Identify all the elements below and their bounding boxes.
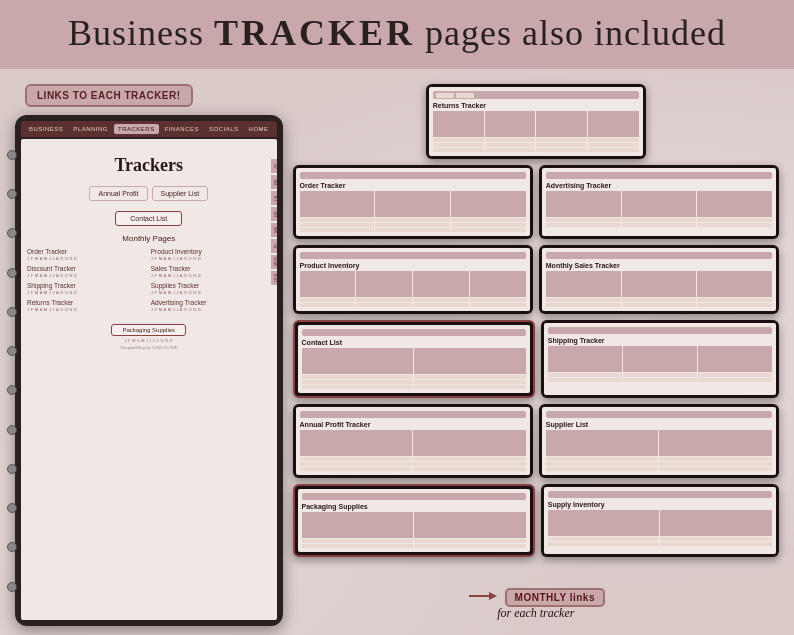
spiral-ring [7,582,17,592]
contact-list-tablet: Contact List [293,320,535,398]
tracker-item-supplies: Supplies Tracker J F M A M J J A S O N D [151,282,271,295]
tablet-device: BUSINESS PLANNING TRACKERS FINANCES SOCI… [15,115,283,626]
monthly-pages-title: Monthly Pages [27,234,271,243]
side-tab-av[interactable]: AV [271,159,277,173]
tracker-item-shipping: Shipping Tracker J F M A M J J A S O N D [27,282,147,295]
shipping-tracker-tablet: Shipping Tracker [541,320,779,398]
tracker-item-sales: Sales Tracker J F M A M J J A S O N D [151,265,271,278]
order-tracker-tablet: Order Tracker [293,165,533,239]
tablets-container: Returns Tracker [293,84,779,626]
for-each-tracker-label: for each tracker [293,606,779,621]
spiral-ring [7,189,17,199]
tracker-buttons: Annual Profit Supplier List [27,186,271,201]
supplier-list-btn[interactable]: Supplier List [152,186,209,201]
annual-profit-tablet: Annual Profit Tracker [293,404,533,478]
supplier-list-tablet: Supplier List [539,404,779,478]
contact-list-btn[interactable]: Contact List [115,211,182,226]
links-badge: LINKS TO EACH TRACKER! [25,84,193,107]
spiral-ring [7,346,17,356]
row4: Contact List Shipping Tracker [293,320,779,398]
svg-marker-1 [489,592,497,600]
side-tab-ocr[interactable]: OCR [271,271,277,285]
nav-tab-planning[interactable]: PLANNING [69,124,112,134]
nav-tab-socials[interactable]: SOCIALS [205,124,243,134]
right-section: Returns Tracker [293,84,779,626]
arrow-right-icon [467,589,497,603]
side-tab-mr[interactable]: MR [271,223,277,237]
tracker-grid: Order Tracker J F M A M J J A S O N D Pr… [27,248,271,312]
header-title-part2: pages also included [415,13,726,53]
row1: Returns Tracker [293,84,779,159]
returns-screen: Returns Tracker [429,87,643,156]
advertising-tracker-tablet: Advertising Tracker [539,165,779,239]
tracker-main-title: Trackers [27,155,271,176]
packaging-supplies-btn[interactable]: Packaging Supplies [111,324,186,336]
tracker-item-discount: Discount Tracker J F M A M J J A S O N D [27,265,147,278]
spiral-ring [7,268,17,278]
packaging-btn-container: Packaging Supplies J F M A M J J A S O N… [27,318,271,343]
left-section: LINKS TO EACH TRACKER! BUSINESS [15,84,283,626]
tablet-footer: TemplateShop by LOULYS ONE [27,343,271,352]
spiral-ring [7,542,17,552]
annual-profit-btn[interactable]: Annual Profit [89,186,147,201]
nav-tab-business[interactable]: BUSINESS [25,124,67,134]
monthly-links-badge: MONTHLY links [505,587,605,605]
tracker-item-advertising: Advertising Tracker J F M A M J J A S O … [151,299,271,312]
side-tab-cr[interactable]: CR [271,191,277,205]
bottom-labels: MONTHLY links for each tracker [293,587,779,621]
main-content: LINKS TO EACH TRACKER! BUSINESS [0,69,794,635]
page-header: Business TRACKER pages also included [0,0,794,69]
tracker-item-returns: Returns Tracker J F M A M J J A S O N D [27,299,147,312]
spiral-ring [7,385,17,395]
spiral-ring [7,228,17,238]
nav-tab-home[interactable]: HOME [245,124,273,134]
spiral-ring [7,150,17,160]
returns-tracker-tablet: Returns Tracker [426,84,646,159]
side-tab-bk[interactable]: BK [271,175,277,189]
side-tab-mcr[interactable]: MCR [271,255,277,269]
header-title-part1: Business [68,13,214,53]
spiral-ring [7,307,17,317]
returns-title: Returns Tracker [433,102,639,109]
header-title: Business TRACKER pages also included [20,12,774,55]
side-tab-pl[interactable]: PL [271,239,277,253]
header-title-bold: TRACKER [214,13,415,53]
tablet-screen: AV BK CR DR MR PL MCR OCR Trackers Annua… [21,139,277,620]
packaging-supplies-tablet: Packaging Supplies [293,484,535,557]
row3: Product Inventory Monthly Sales Tracker [293,245,779,314]
side-tab-dr[interactable]: DR [271,207,277,221]
tablet-spiral [7,135,17,606]
monthly-sales-tablet: Monthly Sales Tracker [539,245,779,314]
side-tabs: AV BK CR DR MR PL MCR OCR [271,159,277,285]
row2: Order Tracker Advertising Tracker [293,165,779,239]
returns-table [433,111,639,152]
nav-tab-trackers[interactable]: TRACKERS [114,124,159,134]
spiral-ring [7,425,17,435]
supply-inventory-tablet: Supply Inventory [541,484,779,557]
spiral-ring [7,503,17,513]
row5: Annual Profit Tracker Supplier List [293,404,779,478]
tracker-item-product: Product Inventory J F M A M J J A S O N … [151,248,271,261]
product-inventory-tablet: Product Inventory [293,245,533,314]
tablet-nav: BUSINESS PLANNING TRACKERS FINANCES SOCI… [21,121,277,137]
nav-tab-finances[interactable]: FINANCES [161,124,203,134]
row6: Packaging Supplies Supply Inventory [293,484,779,557]
spiral-ring [7,464,17,474]
tracker-item-order: Order Tracker J F M A M J J A S O N D [27,248,147,261]
returns-nav [433,91,639,99]
contact-list-btn-container: Contact List [27,207,271,226]
